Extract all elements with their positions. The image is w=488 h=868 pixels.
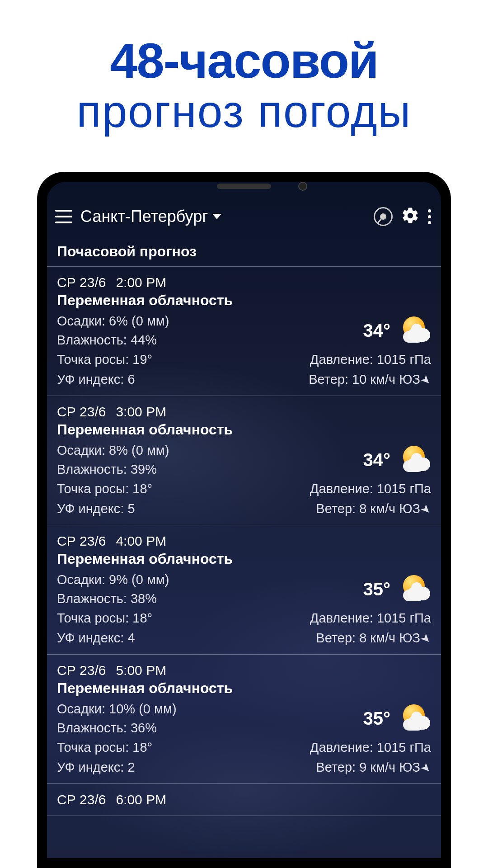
phone-speaker: [217, 184, 271, 189]
forecast-condition: Переменная облачность: [57, 551, 431, 567]
hour-forecast-block[interactable]: СР 23/6 2:00 PM Переменная облачность Ос…: [47, 267, 441, 396]
wind-direction-icon: ➤: [417, 759, 436, 778]
forecast-day: СР 23/6: [57, 533, 106, 549]
wind-value: Ветер: 9 км/ч ЮЗ➤: [316, 758, 431, 777]
forecast-condition: Переменная облачность: [57, 680, 431, 697]
temperature-value: 34°: [363, 450, 391, 470]
forecast-time: 3:00 PM: [116, 404, 166, 420]
promo-line-1: 48-часовой: [0, 32, 488, 89]
pressure-value: Давление: 1015 гПа: [310, 350, 431, 369]
dewpoint-value: Точка росы: 18°: [57, 738, 152, 757]
radar-icon[interactable]: [374, 207, 393, 226]
uv-value: УФ индекс: 4: [57, 628, 135, 647]
forecast-time: 2:00 PM: [116, 275, 166, 290]
promo-line-2: прогноз погоды: [0, 85, 488, 137]
hour-forecast-block[interactable]: СР 23/6 6:00 PM: [47, 784, 441, 816]
precip-value: Осадки: 10% (0 мм): [57, 699, 363, 718]
hour-forecast-block[interactable]: СР 23/6 5:00 PM Переменная облачность Ос…: [47, 655, 441, 784]
chevron-down-icon: [212, 214, 221, 219]
forecast-day: СР 23/6: [57, 404, 106, 420]
dewpoint-value: Точка росы: 18°: [57, 609, 152, 627]
humidity-value: Влажность: 38%: [57, 589, 363, 608]
promo-banner: 48-часовой прогноз погоды: [0, 0, 488, 137]
precip-value: Осадки: 9% (0 мм): [57, 570, 363, 589]
pressure-value: Давление: 1015 гПа: [310, 479, 431, 498]
precip-value: Осадки: 6% (0 мм): [57, 311, 363, 330]
overflow-menu-icon[interactable]: [428, 209, 431, 224]
wind-direction-icon: ➤: [417, 371, 436, 390]
wind-value: Ветер: 8 км/ч ЮЗ➤: [316, 499, 431, 518]
precip-value: Осадки: 8% (0 мм): [57, 441, 363, 460]
wind-value: Ветер: 8 км/ч ЮЗ➤: [316, 628, 431, 647]
forecast-day: СР 23/6: [57, 663, 106, 678]
temperature-value: 34°: [363, 321, 391, 341]
forecast-time: 6:00 PM: [116, 792, 166, 807]
city-name: Санкт-Петербург: [80, 207, 208, 226]
settings-icon[interactable]: [401, 206, 420, 227]
wind-direction-icon: ➤: [417, 629, 436, 648]
weather-icon: [399, 444, 431, 476]
wind-value: Ветер: 10 км/ч ЮЗ➤: [309, 370, 431, 389]
forecast-time: 4:00 PM: [116, 533, 166, 549]
humidity-value: Влажность: 44%: [57, 330, 363, 349]
app-screen: Санкт-Петербург Почасовой прогноз СР 23/…: [47, 182, 441, 858]
weather-icon: [399, 703, 431, 734]
wind-direction-icon: ➤: [417, 500, 436, 519]
weather-icon: [399, 315, 431, 346]
phone-camera: [298, 182, 307, 191]
dewpoint-value: Точка росы: 19°: [57, 350, 152, 369]
phone-frame: Санкт-Петербург Почасовой прогноз СР 23/…: [37, 172, 451, 868]
weather-icon: [399, 573, 431, 605]
humidity-value: Влажность: 39%: [57, 460, 363, 479]
forecast-condition: Переменная облачность: [57, 292, 431, 309]
temperature-value: 35°: [363, 708, 391, 729]
menu-icon[interactable]: [55, 210, 72, 223]
forecast-day: СР 23/6: [57, 275, 106, 290]
section-title: Почасовой прогноз: [47, 233, 441, 267]
forecast-day: СР 23/6: [57, 792, 106, 807]
temperature-value: 35°: [363, 579, 391, 599]
forecast-time: 5:00 PM: [116, 663, 166, 678]
pressure-value: Давление: 1015 гПа: [310, 738, 431, 757]
hour-forecast-block[interactable]: СР 23/6 4:00 PM Переменная облачность Ос…: [47, 525, 441, 655]
hour-forecast-block[interactable]: СР 23/6 3:00 PM Переменная облачность Ос…: [47, 396, 441, 525]
pressure-value: Давление: 1015 гПа: [310, 609, 431, 627]
city-selector[interactable]: Санкт-Петербург: [80, 207, 366, 226]
uv-value: УФ индекс: 6: [57, 370, 135, 389]
dewpoint-value: Точка росы: 18°: [57, 479, 152, 498]
uv-value: УФ индекс: 5: [57, 499, 135, 518]
top-bar: Санкт-Петербург: [47, 200, 441, 233]
forecast-condition: Переменная облачность: [57, 421, 431, 438]
humidity-value: Влажность: 36%: [57, 718, 363, 737]
uv-value: УФ индекс: 2: [57, 758, 135, 777]
